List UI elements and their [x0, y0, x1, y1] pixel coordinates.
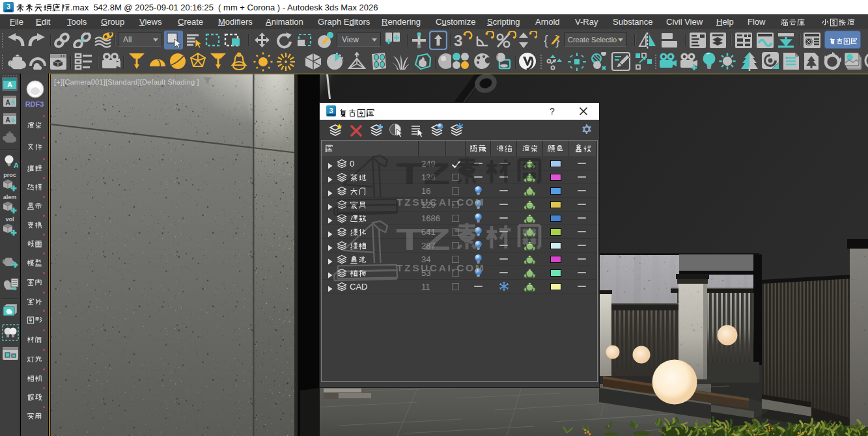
svg-text:3: 3 [329, 107, 333, 115]
svg-text:A: A [5, 99, 10, 106]
svg-text:A: A [7, 81, 12, 89]
svg-text:A: A [5, 116, 10, 124]
svg-text:{: { [544, 33, 548, 48]
svg-text:3: 3 [454, 32, 462, 49]
svg-text:3: 3 [7, 3, 10, 10]
svg-text:A: A [14, 161, 18, 169]
